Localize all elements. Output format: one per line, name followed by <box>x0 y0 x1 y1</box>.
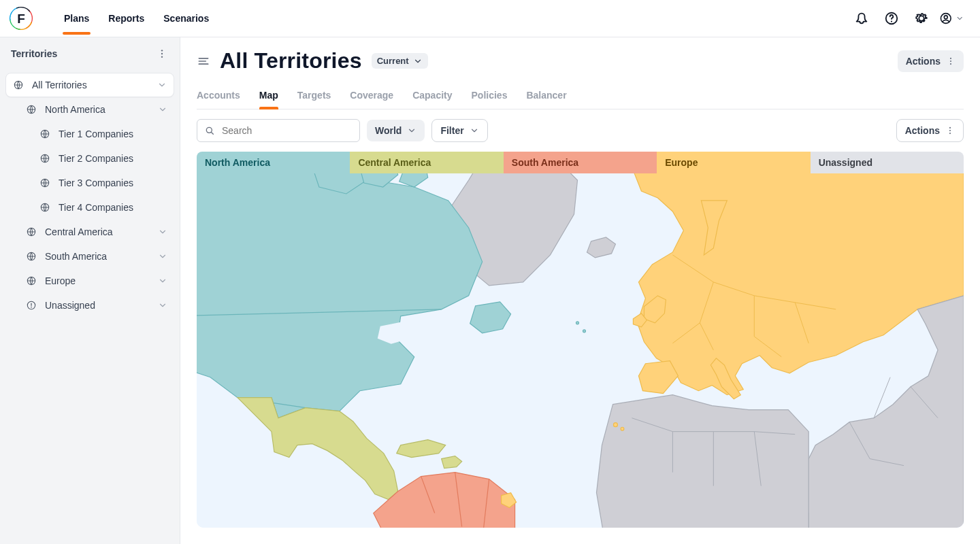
globe-icon <box>38 176 52 190</box>
tree-node-label: All Territories <box>32 80 156 90</box>
tree-node-label: Tier 3 Companies <box>59 177 169 188</box>
scope-selector[interactable]: Current <box>372 53 428 69</box>
tree-node[interactable]: South America <box>5 244 174 269</box>
globe-icon <box>24 274 38 288</box>
map-actions-label: Actions <box>905 125 940 136</box>
filter-label: Filter <box>440 125 463 136</box>
globe-icon <box>24 103 38 116</box>
chevron-down-icon <box>157 275 169 287</box>
kebab-icon <box>945 126 955 135</box>
nav-item-reports[interactable]: Reports <box>99 0 154 37</box>
territory-tree: All TerritoriesNorth AmericaTier 1 Compa… <box>0 70 180 320</box>
tree-node-label: Unassigned <box>45 300 157 311</box>
globe-icon <box>24 250 38 263</box>
sidebar-header: Territories <box>0 37 180 70</box>
chevron-down-icon <box>413 56 423 66</box>
tree-node-label: Tier 1 Companies <box>59 129 169 139</box>
chevron-down-icon <box>157 103 169 116</box>
tree-node[interactable]: North America <box>5 97 174 122</box>
chevron-down-icon <box>157 299 169 311</box>
chevron-down-icon <box>157 226 169 238</box>
nav-item-plans[interactable]: Plans <box>54 0 99 37</box>
search-field[interactable] <box>197 119 360 142</box>
tab-map[interactable]: Map <box>259 83 278 109</box>
tree-node-label: Central America <box>45 226 157 237</box>
tree-node[interactable]: All Territories <box>5 73 174 97</box>
kebab-icon <box>946 56 956 66</box>
chevron-down-icon <box>470 126 479 135</box>
region-header-eu[interactable]: Europe <box>657 152 810 173</box>
tree-node[interactable]: Unassigned <box>5 293 174 318</box>
app-logo: F <box>8 5 34 31</box>
search-input[interactable] <box>220 124 353 137</box>
region-scope-button[interactable]: World <box>367 120 425 141</box>
tree-node[interactable]: Tier 3 Companies <box>5 171 174 195</box>
region-header-sa[interactable]: South America <box>504 152 657 173</box>
top-nav: F PlansReportsScenarios <box>0 0 980 37</box>
page-header: All Territories Current Actions <box>197 43 964 73</box>
tab-capacity[interactable]: Capacity <box>412 83 452 109</box>
chevron-down-icon <box>157 250 169 262</box>
tree-node-label: North America <box>45 104 157 115</box>
sidebar-title: Territories <box>11 48 57 59</box>
globe-icon <box>12 78 25 92</box>
page-title: All Territories <box>220 48 362 73</box>
tree-node[interactable]: Europe <box>5 269 174 293</box>
account-menu-button[interactable] <box>936 3 966 33</box>
sidebar: Territories All TerritoriesNorth America… <box>0 37 180 544</box>
tree-node-label: Tier 2 Companies <box>59 153 169 164</box>
tree-node[interactable]: Tier 2 Companies <box>5 146 174 171</box>
svg-point-21 <box>576 322 579 324</box>
globe-icon <box>38 127 52 141</box>
main: All Territories Current Actions Accounts… <box>180 37 980 544</box>
page-actions-button[interactable]: Actions <box>898 50 964 72</box>
tab-balancer[interactable]: Balancer <box>526 83 566 109</box>
region-strip: North AmericaCentral AmericaSouth Americ… <box>197 152 964 173</box>
svg-point-20 <box>621 427 624 430</box>
tree-node-label: Europe <box>45 275 157 286</box>
region-header-na[interactable]: North America <box>197 152 350 173</box>
tree-node-label: Tier 4 Companies <box>59 202 169 213</box>
scope-label: Current <box>377 56 409 66</box>
alert-icon <box>24 299 38 312</box>
map-actions-button[interactable]: Actions <box>896 119 964 142</box>
help-button[interactable] <box>877 3 906 33</box>
toggle-sidebar-button[interactable] <box>197 54 210 68</box>
settings-button[interactable] <box>906 3 936 33</box>
tree-node-label: South America <box>45 251 157 262</box>
globe-icon <box>24 225 38 239</box>
nav-items: PlansReportsScenarios <box>54 0 218 37</box>
tab-policies[interactable]: Policies <box>472 83 508 109</box>
search-icon <box>204 125 215 136</box>
globe-icon <box>38 201 52 214</box>
tree-node[interactable]: Tier 4 Companies <box>5 195 174 220</box>
tabs: AccountsMapTargetsCoverageCapacityPolici… <box>197 83 964 109</box>
tab-targets[interactable]: Targets <box>297 83 331 109</box>
region-header-un[interactable]: Unassigned <box>811 152 964 173</box>
chevron-down-icon <box>156 79 168 91</box>
region-scope-label: World <box>375 125 402 136</box>
svg-point-19 <box>613 423 617 427</box>
filter-button[interactable]: Filter <box>431 119 487 142</box>
notifications-button[interactable] <box>847 3 877 33</box>
svg-point-22 <box>583 330 585 333</box>
tab-coverage[interactable]: Coverage <box>350 83 393 109</box>
globe-icon <box>38 152 52 165</box>
sidebar-menu-button[interactable] <box>152 44 172 63</box>
tree-node[interactable]: Tier 1 Companies <box>5 122 174 146</box>
chevron-down-icon <box>407 126 416 135</box>
nav-item-scenarios[interactable]: Scenarios <box>154 0 218 37</box>
tab-accounts[interactable]: Accounts <box>197 83 240 109</box>
map-toolbar: World Filter Actions <box>197 109 964 152</box>
world-map[interactable] <box>197 173 964 528</box>
svg-text:F: F <box>17 12 25 26</box>
page-actions-label: Actions <box>906 56 941 67</box>
tree-node[interactable]: Central America <box>5 220 174 244</box>
region-header-ca[interactable]: Central America <box>350 152 503 173</box>
